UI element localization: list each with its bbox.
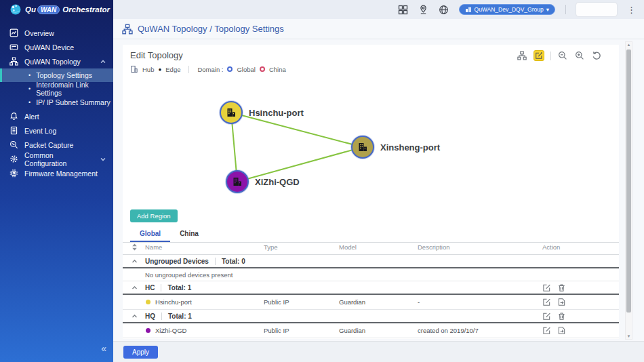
document-log-icon xyxy=(9,126,18,136)
quwan-orchestrator-app: QuWANOrchestrator Overview QuWAN Device xyxy=(0,0,644,362)
organization-group-dropdown[interactable]: QuWAN_Dev_DQV_Group ▾ xyxy=(459,4,555,15)
main-content: QuWAN Topology / Topology Settings Edit … xyxy=(113,19,644,362)
vertical-scrollbar[interactable]: ▲ ▼ xyxy=(625,41,632,340)
chevron-down-icon[interactable] xyxy=(100,156,106,163)
add-region-button[interactable]: Add Region xyxy=(130,209,178,222)
bell-icon xyxy=(9,112,18,121)
col-header-name: Name xyxy=(145,243,264,251)
move-device-icon[interactable] xyxy=(557,326,566,335)
edit-group-icon[interactable] xyxy=(542,283,551,292)
sidebar-item-label: QuWAN Topology xyxy=(24,58,81,66)
scrollbar-thumb[interactable] xyxy=(626,49,631,313)
dropdown-arrow-icon: ▾ xyxy=(546,6,549,13)
sidebar-item-overview[interactable]: Overview xyxy=(0,26,113,40)
user-location-icon[interactable] xyxy=(418,5,428,15)
device-type: Public IP xyxy=(264,327,339,334)
sidebar-item-label: Firmware Management xyxy=(24,169,98,178)
edit-topology-card: Edit Topology xyxy=(123,45,619,339)
edit-group-icon[interactable] xyxy=(542,312,551,321)
device-status-dot xyxy=(146,300,150,304)
devices-table: Name Type Model Description Action Ungro… xyxy=(123,240,619,338)
app-grid-icon[interactable] xyxy=(398,5,408,15)
chevron-up-icon[interactable] xyxy=(100,58,106,65)
topology-node-xinsheng-port[interactable]: Xinsheng-port xyxy=(351,136,374,159)
sort-icon[interactable] xyxy=(131,243,138,251)
sidebar-item-packet-capture[interactable]: Packet Capture xyxy=(0,138,113,152)
scroll-up-arrow[interactable]: ▲ xyxy=(626,43,632,47)
topology-node-xizhi-qgd[interactable]: XiZhi-QGD xyxy=(226,170,249,193)
device-model: Guardian xyxy=(339,327,418,334)
move-device-icon[interactable] xyxy=(557,298,566,306)
sidebar-item-firmware-management[interactable]: Firmware Management xyxy=(0,166,113,180)
topbar-divider xyxy=(565,5,566,14)
topology-links xyxy=(123,45,619,207)
sidebar-item-quwan-topology[interactable]: QuWAN Topology xyxy=(0,54,113,68)
app-title: QuWANOrchestrator xyxy=(25,5,110,14)
chip-icon xyxy=(9,169,18,178)
page-topology-icon xyxy=(122,24,133,35)
topology-node-label: Hsinchu-port xyxy=(249,108,304,118)
group-row-hc: HC Total: 1 xyxy=(123,281,619,295)
sidebar-item-label: Common Configuration xyxy=(24,151,94,167)
group-name: HQ xyxy=(145,313,155,320)
sidebar-item-label: QuWAN Device xyxy=(24,43,74,52)
collapse-group-icon[interactable] xyxy=(131,284,138,291)
sidebar-item-alert[interactable]: Alert xyxy=(0,109,113,123)
table-header-row: Name Type Model Description Action xyxy=(123,240,619,255)
globe-logo-icon xyxy=(9,3,22,16)
topology-map-canvas[interactable]: Hsinchu-portXinsheng-portXiZhi-QGD xyxy=(123,45,619,207)
more-options-kebab-icon[interactable]: ⋮ xyxy=(627,5,636,14)
building-icon xyxy=(226,107,237,118)
sidebar-item-event-log[interactable]: Event Log xyxy=(0,123,113,138)
account-name-area[interactable] xyxy=(576,3,617,16)
delete-group-icon[interactable] xyxy=(557,312,566,321)
sidebar-nav: Overview QuWAN Device QuWAN Topology xyxy=(0,26,113,180)
topology-node-label: XiZhi-QGD xyxy=(255,177,300,187)
device-status-dot xyxy=(146,328,150,333)
sidebar-item-label: Packet Capture xyxy=(24,141,73,149)
group-name: Ungrouped Devices xyxy=(145,258,209,265)
device-row-hsinchu-port[interactable]: Hsinchu-port Public IP Guardian - xyxy=(123,295,619,310)
gear-icon xyxy=(9,155,18,164)
delete-group-icon[interactable] xyxy=(557,283,566,292)
language-globe-icon[interactable] xyxy=(439,5,449,15)
sidebar-item-common-configuration[interactable]: Common Configuration xyxy=(0,152,113,166)
packet-capture-magnifier-icon xyxy=(9,140,18,150)
collapse-group-icon[interactable] xyxy=(131,258,138,265)
col-header-model: Model xyxy=(339,243,418,251)
group-row-hq: HQ Total: 1 xyxy=(123,310,619,323)
group-row-ungrouped: Ungrouped Devices Total: 0 xyxy=(123,255,619,268)
device-description: created on 2019/10/7 xyxy=(418,327,542,334)
edit-device-icon[interactable] xyxy=(542,326,551,335)
sidebar-item-quwan-device[interactable]: QuWAN Device xyxy=(0,40,113,54)
sidebar-item-ip-subnet-summary[interactable]: IP/ IP Subnet Summary xyxy=(0,96,113,109)
group-total: Total: 1 xyxy=(161,284,191,291)
sidebar-item-topology-settings[interactable]: Topology Settings xyxy=(0,68,113,82)
device-actions xyxy=(542,326,619,335)
edit-device-icon[interactable] xyxy=(542,298,551,306)
device-actions xyxy=(542,298,619,306)
topology-node-label: Xinsheng-port xyxy=(380,142,440,153)
col-header-description: Description xyxy=(418,243,542,251)
sidebar-item-interdomain-link-settings[interactable]: Interdomain Link Settings xyxy=(0,82,113,96)
overview-chart-icon xyxy=(9,28,18,38)
building-icon xyxy=(232,176,243,187)
col-header-action: Action xyxy=(542,243,619,251)
app-logo: QuWANOrchestrator xyxy=(0,0,113,19)
device-row-xizhi-qgd[interactable]: XiZhi-QGD Public IP Guardian created on … xyxy=(123,323,619,338)
footer-bar: Apply xyxy=(113,341,644,362)
topology-node-hsinchu-port[interactable]: Hsinchu-port xyxy=(220,101,243,124)
sidebar: QuWANOrchestrator Overview QuWAN Device xyxy=(0,0,113,362)
collapse-group-icon[interactable] xyxy=(131,313,138,320)
device-name: Hsinchu-port xyxy=(155,298,192,306)
device-icon xyxy=(9,43,18,52)
device-description: - xyxy=(418,298,542,306)
sidebar-collapse-button[interactable]: « xyxy=(101,343,106,354)
group-total: Total: 0 xyxy=(215,258,245,265)
apply-button[interactable]: Apply xyxy=(123,346,158,359)
topbar: QuWAN_Dev_DQV_Group ▾ ⋮ xyxy=(113,0,644,19)
sidebar-item-label: Alert xyxy=(24,113,39,121)
sidebar-subitem-label: Interdomain Link Settings xyxy=(36,81,113,97)
org-icon xyxy=(465,6,472,13)
scroll-down-arrow[interactable]: ▼ xyxy=(626,334,632,338)
